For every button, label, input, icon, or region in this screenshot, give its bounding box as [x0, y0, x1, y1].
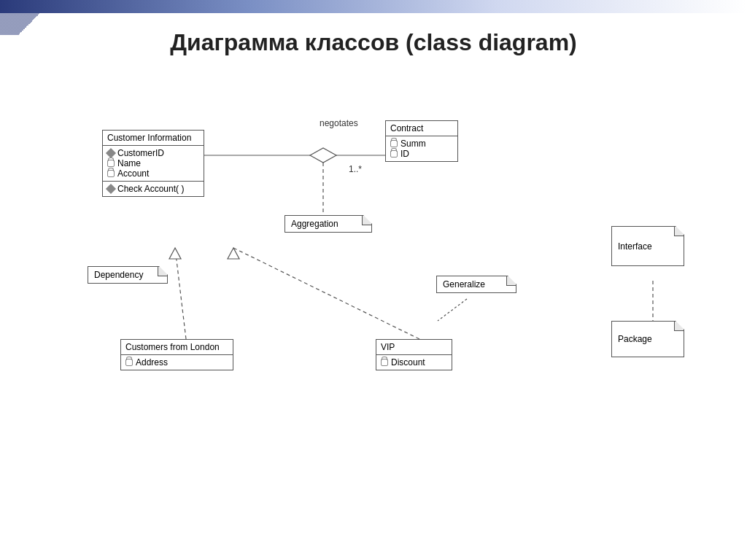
page-title: Диаграмма классов (class diagram): [0, 29, 747, 56]
key-icon: [106, 148, 116, 158]
attr-id: ID: [390, 149, 453, 159]
lock-icon-summ: [390, 140, 398, 147]
package-note: Package: [611, 321, 684, 357]
dependency-note: Dependency: [88, 266, 168, 284]
customers-london-title: Customers from London: [121, 340, 233, 355]
vip-box: VIP Discount: [376, 339, 452, 370]
svg-marker-7: [169, 248, 181, 259]
lock-icon-account: [107, 170, 115, 177]
attr-summ: Summ: [390, 139, 453, 149]
customer-info-attrs: CustomerID Name Account: [103, 146, 204, 181]
customers-london-attrs: Address: [121, 355, 233, 370]
svg-line-6: [175, 248, 186, 339]
attr-customerid: CustomerID: [107, 148, 199, 158]
customer-info-title: Customer Information: [103, 131, 204, 146]
multiplicity-label: 1..*: [349, 164, 362, 174]
svg-line-9: [438, 299, 467, 321]
lock-icon-id: [390, 150, 398, 158]
negotates-label: negotates: [320, 118, 358, 128]
contract-title: Contract: [386, 121, 457, 136]
customer-information-box: Customer Information CustomerID Name Acc…: [102, 130, 204, 197]
svg-line-4: [233, 248, 419, 339]
top-bar: [0, 0, 747, 13]
aggregation-note: Aggregation: [285, 215, 372, 233]
attr-address: Address: [125, 357, 228, 368]
vip-title: VIP: [376, 340, 452, 355]
key-icon-method: [106, 184, 116, 194]
attr-name: Name: [107, 158, 199, 168]
interface-note: Interface: [611, 226, 684, 266]
lock-icon-discount: [381, 359, 388, 366]
customer-info-methods: Check Account( ): [103, 181, 204, 196]
generalize-note: Generalize: [436, 276, 516, 293]
svg-marker-5: [228, 248, 239, 259]
lock-icon-name: [107, 160, 115, 167]
contract-box: Contract Summ ID: [385, 120, 458, 162]
attr-account: Account: [107, 168, 199, 179]
customers-london-box: Customers from London Address: [120, 339, 233, 370]
vip-attrs: Discount: [376, 355, 452, 370]
lock-icon-address: [125, 359, 133, 366]
attr-discount: Discount: [381, 357, 447, 368]
contract-attrs: Summ ID: [386, 136, 457, 161]
svg-marker-0: [310, 148, 336, 163]
diagram: Customer Information CustomerID Name Acc…: [44, 80, 703, 531]
method-check-account: Check Account( ): [107, 184, 199, 194]
